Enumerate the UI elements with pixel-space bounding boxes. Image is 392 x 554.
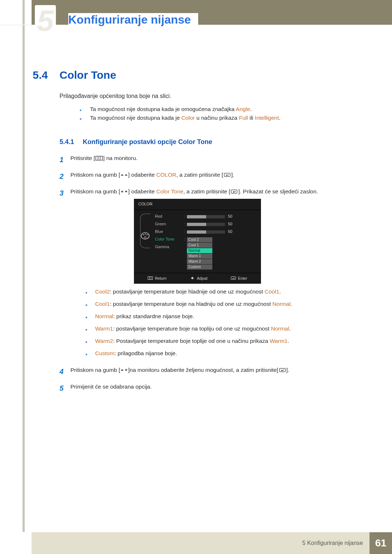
tone-name: Cool1	[95, 301, 110, 307]
osd-option: Warm 1	[187, 254, 212, 259]
chapter-tab: 5	[35, 5, 56, 31]
step-item: 5 Primijenit će se odabrana opcija.	[60, 382, 370, 395]
up-down-icon	[120, 189, 128, 194]
osd-row-label: Gamma	[155, 243, 182, 251]
svg-marker-19	[125, 369, 127, 371]
osd-row-label: Green	[155, 221, 182, 228]
osd-footer-label: Adjust	[197, 275, 208, 282]
step-number: 2	[60, 170, 70, 183]
tone-text: : postavljanje temperature boje na topli…	[113, 325, 271, 332]
tone-item: Normal: prikaz standardne nijanse boje.	[86, 312, 370, 321]
step-text: ] odaberite	[128, 172, 156, 178]
osd-screenshot: COLOR Red:50 Green:50 Blue:50 Color Tone…	[134, 199, 261, 284]
note-text: Ta mogućnost nije dostupna kada je	[90, 115, 181, 121]
osd-slider	[187, 223, 225, 226]
step-text: ]na monitoru odaberite željenu mogućnost…	[128, 367, 278, 373]
osd-option: Warm 2	[187, 259, 212, 264]
tone-item: Cool1: postavljanje temperature boje na …	[86, 300, 370, 308]
palette-icon	[140, 232, 150, 242]
tone-ref: Normal	[271, 325, 289, 332]
tone-name: Warm2	[95, 338, 113, 344]
note-highlight: Angle	[236, 106, 250, 112]
svg-rect-17	[231, 276, 236, 279]
tone-text: .	[289, 325, 290, 332]
step-text: Pritiskom na gumb [	[70, 188, 120, 194]
section-intro: Prilagođavanje općenitog tona boje na sl…	[60, 93, 171, 99]
osd-slider	[187, 215, 225, 218]
osd-slider-value: 50	[228, 228, 232, 235]
step-text: ] odaberite	[128, 188, 156, 194]
step-number: 4	[60, 365, 70, 378]
step-text: ]. Prikazat će se sljedeći zaslon.	[238, 188, 318, 194]
osd-slider-value: 50	[228, 221, 232, 228]
osd-row-label: Blue	[155, 228, 182, 235]
tone-text: .	[279, 288, 281, 295]
note-text: u načinu prikaza	[196, 115, 239, 121]
osd-option: Cool 2	[187, 237, 212, 242]
step-text: , a zatim pritisnite [	[183, 188, 230, 194]
note-text: .	[250, 106, 252, 112]
osd-row-label-selected: Color Tone	[155, 236, 182, 243]
step-text: Pritiskom na gumb [	[70, 172, 120, 178]
note-highlight: Intelligent	[255, 115, 279, 121]
svg-rect-20	[279, 368, 285, 372]
osd-slider-value: 50	[228, 213, 232, 220]
tone-text: : postavljanje temperature boje hladnije…	[110, 288, 265, 295]
step-item: 2 Pritiskom na gumb [] odaberite COLOR, …	[60, 170, 370, 183]
up-down-icon	[120, 172, 128, 177]
svg-marker-4	[121, 190, 123, 192]
enter-icon	[278, 368, 286, 373]
bullet-dot	[80, 118, 81, 120]
tone-descriptions: Cool2: postavljanje temperature boje hla…	[86, 287, 370, 358]
menu-icon	[95, 156, 103, 161]
step-text: ].	[231, 172, 234, 178]
step-text: Primijenit će se odabrana opcija.	[70, 382, 370, 392]
enter-icon	[223, 172, 231, 177]
step-text: Pritiskom na gumb [	[70, 367, 120, 373]
page-number: 61	[369, 532, 392, 554]
step-item: 4 Pritiskom na gumb []na monitoru odaber…	[60, 365, 370, 378]
tone-name: Cool2	[95, 288, 110, 295]
osd-slider	[187, 230, 225, 234]
svg-point-8	[143, 234, 144, 235]
step-number: 5	[60, 382, 70, 395]
osd-row-label: Red	[155, 213, 182, 220]
osd-footer-label: Return	[155, 275, 167, 282]
tone-item: Custom: prilagodba nijanse boje.	[86, 349, 370, 358]
note-text: ili	[249, 115, 255, 121]
tone-text: : postavljanje temperature boje na hladn…	[110, 301, 273, 307]
svg-rect-12	[148, 276, 153, 279]
tone-text: : Postavljanje temperature boje toplije …	[113, 338, 270, 344]
bullet-dot	[80, 110, 81, 111]
svg-point-11	[144, 236, 146, 238]
step-item: 3 Pritiskom na gumb [] odaberite Color T…	[60, 186, 370, 361]
tone-item: Cool2: postavljanje temperature boje hla…	[86, 287, 370, 296]
tone-text: .	[291, 301, 292, 307]
tone-ref: Normal	[273, 301, 291, 307]
svg-rect-0	[96, 156, 102, 160]
tone-name: Normal	[95, 313, 113, 319]
svg-marker-15	[191, 277, 194, 278]
tone-name: Custom	[95, 350, 114, 356]
step-highlight: COLOR	[156, 172, 176, 178]
step-text: , a zatim pritisnite [	[176, 172, 223, 178]
step-number: 1	[60, 153, 70, 166]
note-text: Ta mogućnost nije dostupna kada je omogu…	[90, 106, 236, 112]
note-text: .	[279, 115, 280, 121]
note-highlight: Color	[181, 115, 195, 121]
svg-point-9	[145, 233, 146, 234]
tone-item: Warm2: Postavljanje temperature boje top…	[86, 337, 370, 345]
osd-option: Custom	[187, 264, 212, 270]
note-line: Ta mogućnost nije dostupna kada je omogu…	[60, 106, 363, 112]
step-item: 1 Pritisnite [] na monitoru.	[60, 153, 370, 166]
tone-name: Warm1	[95, 325, 113, 332]
svg-marker-5	[125, 191, 127, 193]
osd-title: COLOR	[134, 199, 261, 210]
note-highlight: Full	[239, 115, 248, 121]
page-footer: 5 Konfiguriranje nijanse 61	[32, 532, 392, 554]
svg-point-10	[147, 234, 148, 235]
subsection-title: Konfiguriranje postavki opcije Color Ton…	[83, 138, 212, 146]
menu-icon	[148, 275, 153, 282]
tone-ref: Cool1	[265, 288, 279, 295]
subsection-number: 5.4.1	[60, 138, 74, 146]
